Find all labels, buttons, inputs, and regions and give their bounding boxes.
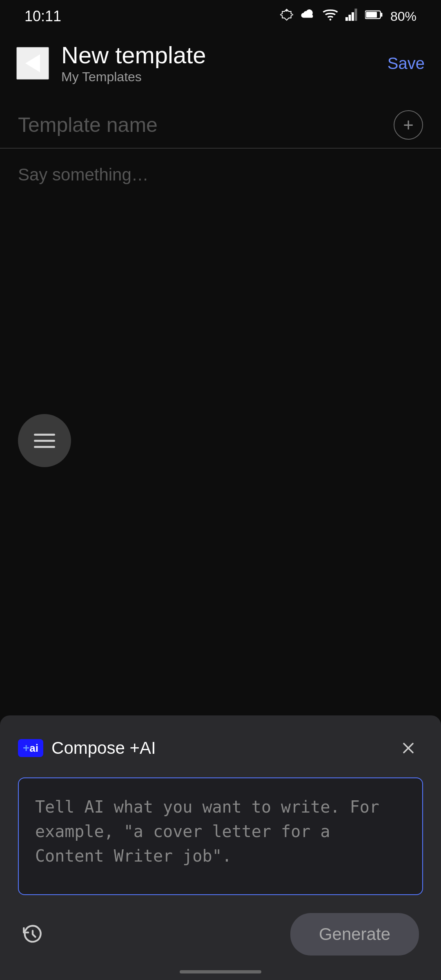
svg-rect-7 (381, 13, 383, 16)
menu-line-1 (34, 434, 55, 436)
menu-lines-icon (34, 434, 55, 448)
svg-rect-5 (354, 9, 357, 21)
compose-ai-header: + ai Compose +AI (18, 733, 423, 763)
page-title: New template (61, 42, 206, 68)
history-button[interactable] (22, 924, 43, 945)
history-icon (22, 924, 43, 945)
svg-rect-8 (366, 12, 377, 18)
content-area: Say something… (0, 149, 441, 483)
svg-rect-3 (348, 15, 351, 21)
back-icon (25, 54, 40, 72)
svg-rect-2 (345, 17, 348, 21)
save-button[interactable]: Save (388, 54, 425, 73)
home-indicator (180, 970, 261, 973)
ai-input-box (18, 777, 423, 895)
compose-ai-panel: + ai Compose +AI Generate (0, 715, 441, 980)
close-icon (399, 739, 417, 757)
signal-icon (345, 8, 358, 24)
status-bar: 10:11 (0, 0, 441, 33)
close-compose-ai-button[interactable] (394, 733, 423, 763)
status-icons: 80% (280, 8, 416, 24)
compose-ai-logo: + ai (18, 739, 43, 757)
header-title-block: New template My Templates (61, 42, 206, 85)
menu-line-3 (34, 446, 55, 448)
svg-rect-4 (352, 12, 354, 21)
status-time: 10:11 (24, 8, 61, 25)
menu-fab-button[interactable] (18, 414, 71, 467)
wifi-icon (323, 8, 338, 24)
battery-percentage: 80% (390, 9, 416, 24)
plus-icon: + (403, 116, 414, 134)
header: New template My Templates Save (0, 33, 441, 94)
add-variable-button[interactable]: + (394, 110, 423, 140)
battery-icon (365, 8, 383, 24)
back-button[interactable] (16, 47, 49, 80)
generate-button[interactable]: Generate (290, 913, 419, 956)
header-left: New template My Templates (16, 42, 206, 85)
compose-ai-title-group: + ai Compose +AI (18, 738, 156, 758)
menu-line-2 (34, 440, 55, 442)
template-name-area: + (0, 94, 441, 149)
notification-icon (280, 8, 293, 24)
cloud-icon (301, 8, 315, 24)
compose-ai-title: Compose +AI (51, 738, 156, 758)
ai-prompt-input[interactable] (35, 795, 406, 876)
breadcrumb: My Templates (61, 69, 206, 85)
svg-point-1 (330, 19, 332, 21)
template-name-input[interactable] (18, 113, 386, 137)
bottom-actions: Generate (18, 913, 423, 956)
content-placeholder: Say something… (18, 165, 149, 184)
